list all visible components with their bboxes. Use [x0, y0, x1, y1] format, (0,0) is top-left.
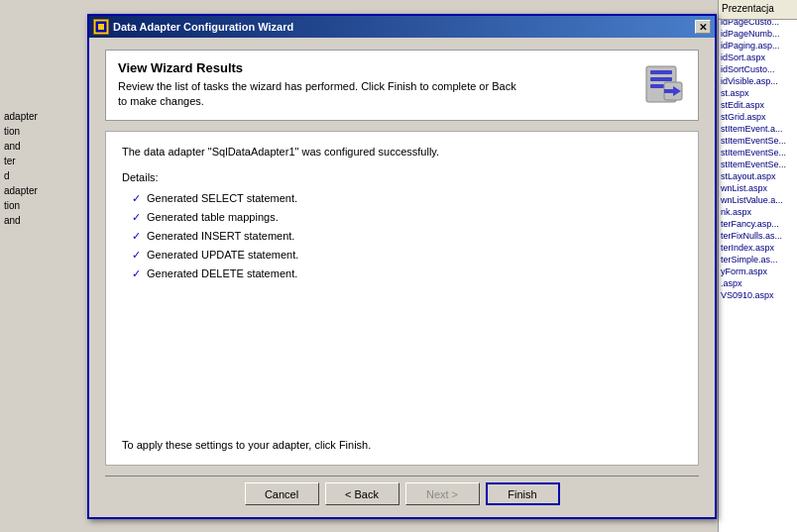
wizard-body: The data adapter "SqlDataAdapter1" was c…: [105, 131, 699, 466]
dialog-buttons: Cancel < Back Next > Finish: [105, 476, 699, 505]
file-item[interactable]: stItemEvent.a...: [719, 123, 797, 135]
detail-item-2: ✓ Generated table mappings.: [132, 208, 682, 227]
right-panel-title: Prezentacja: [718, 0, 797, 20]
dialog-close-button[interactable]: ✕: [695, 20, 711, 34]
left-item: tion: [0, 124, 86, 139]
details-list: ✓ Generated SELECT statement. ✓ Generate…: [132, 189, 682, 283]
wizard-header-desc: Review the list of tasks the wizard has …: [118, 79, 626, 110]
file-item[interactable]: stLayout.aspx: [719, 170, 797, 182]
wizard-header: View Wizard Results Review the list of t…: [105, 50, 699, 121]
wizard-header-text: View Wizard Results Review the list of t…: [118, 60, 626, 110]
file-item[interactable]: nk.aspx: [719, 206, 797, 218]
left-item: and: [0, 213, 86, 228]
file-item[interactable]: .aspx: [719, 277, 797, 289]
detail-item-label-4: Generated UPDATE statement.: [147, 249, 298, 261]
detail-item-3: ✓ Generated INSERT statement.: [132, 227, 682, 246]
svg-rect-4: [650, 77, 672, 81]
check-icon-4: ✓: [132, 249, 141, 262]
file-item[interactable]: stItemEventSe...: [719, 147, 797, 159]
left-item: adapter: [0, 183, 86, 198]
dialog-title: Data Adapter Configuration Wizard: [113, 21, 691, 33]
left-item: and: [0, 139, 86, 154]
details-label: Details:: [122, 171, 682, 183]
file-item[interactable]: VS0910.aspx: [719, 289, 797, 301]
file-item[interactable]: stItemEventSe...: [719, 159, 797, 170]
svg-rect-1: [98, 24, 104, 30]
file-item[interactable]: idPageNumb...: [719, 28, 797, 40]
dialog-titlebar: Data Adapter Configuration Wizard ✕: [89, 16, 715, 38]
detail-item-1: ✓ Generated SELECT statement.: [132, 189, 682, 208]
cancel-button[interactable]: Cancel: [245, 482, 319, 505]
file-item[interactable]: terFancy.asp...: [719, 218, 797, 230]
svg-rect-8: [664, 89, 674, 93]
left-item: ter: [0, 154, 86, 168]
file-item[interactable]: wnList.aspx: [719, 182, 797, 194]
next-button[interactable]: Next >: [405, 482, 480, 505]
detail-item-4: ✓ Generated UPDATE statement.: [132, 246, 682, 265]
left-panel: adapter tion and ter d adapter tion and: [0, 0, 86, 532]
svg-rect-3: [650, 70, 672, 74]
wizard-dialog: Data Adapter Configuration Wizard ✕ View…: [87, 14, 717, 519]
file-item[interactable]: idSortCusto...: [719, 63, 797, 75]
svg-rect-5: [650, 84, 664, 88]
file-item[interactable]: terSimple.as...: [719, 254, 797, 266]
left-item: tion: [0, 198, 86, 213]
check-icon-1: ✓: [132, 192, 141, 205]
detail-item-label-3: Generated INSERT statement.: [147, 230, 294, 242]
file-item[interactable]: yForm.aspx: [719, 266, 797, 277]
dialog-app-icon: [93, 19, 109, 35]
file-item[interactable]: wnListValue.a...: [719, 194, 797, 206]
detail-item-5: ✓ Generated DELETE statement.: [132, 265, 682, 283]
back-button[interactable]: < Back: [325, 482, 399, 505]
check-icon-5: ✓: [132, 267, 141, 280]
right-panel: Prezentacja idEditTempl... idPageCusto..…: [718, 0, 797, 532]
wizard-header-title: View Wizard Results: [118, 60, 626, 75]
wizard-header-icon: [638, 60, 686, 108]
check-icon-2: ✓: [132, 211, 141, 224]
file-item[interactable]: terFixNulls.as...: [719, 230, 797, 242]
success-message: The data adapter "SqlDataAdapter1" was c…: [122, 146, 682, 158]
finish-button[interactable]: Finish: [486, 482, 560, 505]
detail-item-label-5: Generated DELETE statement.: [147, 267, 297, 279]
left-item: adapter: [0, 109, 86, 124]
detail-item-label-2: Generated table mappings.: [147, 211, 279, 223]
file-item[interactable]: idSort.aspx: [719, 52, 797, 63]
file-item[interactable]: idPaging.asp...: [719, 40, 797, 52]
file-item[interactable]: terIndex.aspx: [719, 242, 797, 254]
file-item[interactable]: idVisible.asp...: [719, 75, 797, 87]
left-item: d: [0, 168, 86, 183]
detail-item-label-1: Generated SELECT statement.: [147, 192, 297, 204]
file-item[interactable]: stEdit.aspx: [719, 99, 797, 111]
check-icon-3: ✓: [132, 230, 141, 243]
dialog-content: View Wizard Results Review the list of t…: [89, 38, 715, 517]
file-item[interactable]: st.aspx: [719, 87, 797, 99]
footer-message: To apply these settings to your adapter,…: [122, 429, 682, 451]
file-item[interactable]: stGrid.aspx: [719, 111, 797, 123]
file-item[interactable]: stItemEventSe...: [719, 135, 797, 147]
